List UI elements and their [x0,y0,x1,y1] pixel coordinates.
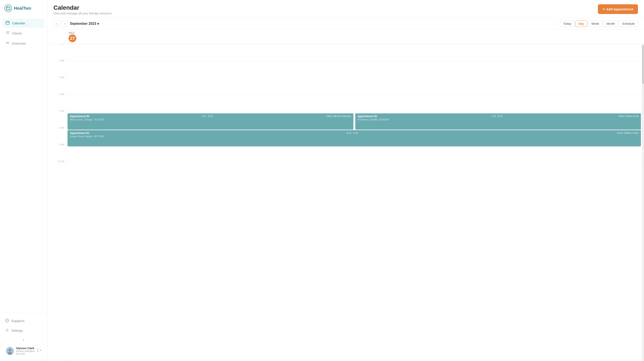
sidebar-calendar-label: Calendar [12,21,25,25]
day-label: WED 27 [66,31,638,42]
appt-92-time: 7:10 - 8:10 [491,115,502,117]
logo-area: HealTwo [0,0,47,18]
svg-point-21 [8,349,11,351]
hour-row-6 [66,94,642,111]
sidebar-item-support[interactable]: Suppport [2,317,44,325]
svg-point-13 [6,319,9,322]
sidebar-item-calendar[interactable]: Calendar [2,18,44,28]
scroll-thumb [642,45,644,84]
hour-row-9am [66,145,642,162]
user-avatar [6,347,14,355]
main-content: Calendar View and manage all your therap… [48,0,644,361]
page-subtitle: View and manage all your therapy session… [54,12,112,15]
time-slot-8am: 8 AM [54,128,66,145]
view-schedule-button[interactable]: Schedule [619,20,638,27]
appt-90-title: Appointment 90 [70,115,90,118]
sidebar-settings-label: Settings [11,329,23,332]
view-buttons: Today Day Week Month Schedule [560,20,638,27]
healTwo-logo-icon [4,4,12,12]
user-email: ulysses.clark@yahoo.com [16,350,35,355]
sidebar-exercises-label: Exercises [12,41,26,45]
appt-92-address: Fir Avenue, Seattle, GA 83045 [358,118,639,121]
page-title: Calendar [54,4,112,11]
user-profile-area: Ulysses Clark ulysses.clark@yahoo.com [2,344,44,358]
time-slot-9am: 9 AM [54,145,66,162]
exercises-icon [5,41,10,46]
view-week-button[interactable]: Week [588,20,602,27]
svg-point-19 [6,330,8,331]
view-month-button[interactable]: Month [603,20,618,27]
appointment-92[interactable]: Appointment 92 7:10 - 8:10 Client: Danie… [355,113,641,130]
scroll-track[interactable] [642,44,644,361]
page-title-area: Calendar View and manage all your therap… [54,4,112,15]
svg-rect-2 [6,21,9,24]
sidebar: HealTwo Calendar [0,0,48,361]
appt-92-title: Appointment 92 [358,115,377,118]
time-slot-10am: 10 AM [54,162,66,179]
time-slot-7am: 7 AM [54,111,66,128]
calendar-body: 3 AM 4 AM 5 AM 6 AM 7 AM 8 AM 9 AM 10 AM… [48,44,644,361]
sidebar-support-label: Suppport [11,319,24,323]
view-day-button[interactable]: Day [575,20,587,27]
appt-91-address: Juniper Road, Boston, VA 77243 [70,135,638,138]
appt-90-address: Beech Lane, Chicago, TX 63375 [70,118,351,121]
svg-rect-10 [6,42,7,43]
time-column: 3 AM 4 AM 5 AM 6 AM 7 AM 8 AM 9 AM 10 AM [54,44,66,361]
calendar-navigation: ‹ › September 2023 ▾ [54,20,99,27]
appointment-91[interactable]: Appointment 91 8:10 - 9:10 Client: Willi… [68,130,641,146]
appointment-90[interactable]: Appointment 90 7:10 - 8:10 Client: Micha… [68,113,354,130]
hour-row-10am [66,162,642,179]
user-info: Ulysses Clark ulysses.clark@yahoo.com [16,347,35,355]
svg-point-14 [6,320,8,321]
view-today-button[interactable]: Today [560,20,574,27]
sidebar-item-exercises[interactable]: Exercises [2,39,44,48]
time-slot-5am: 5 AM [54,78,66,94]
appt-90-time: 7:10 - 8:10 [201,115,213,117]
appt-91-time: 8:10 - 9:10 [346,132,358,134]
clients-icon [5,31,10,36]
appt-91-client: Client: William Lewis [617,132,638,134]
svg-point-0 [4,4,12,12]
sidebar-bottom: Suppport Settings ‹ Ulys [0,313,47,361]
prev-period-button[interactable]: ‹ [54,20,60,27]
appt-92-client: Client: Daniel Scott [618,115,638,117]
support-icon [5,319,9,323]
day-of-week: WED [68,31,638,34]
current-period-label[interactable]: September 2023 ▾ [70,22,99,26]
collapse-button[interactable]: ‹ [2,336,44,344]
appt-91-title: Appointment 91 [70,132,90,135]
appt-90-client: Client: Michael Jackson [326,115,351,117]
calendar-icon [5,21,10,26]
svg-point-7 [8,31,9,32]
svg-point-6 [6,31,8,33]
sidebar-clients-label: Clients [12,31,22,35]
calendar-day-header: WED 27 [48,30,644,44]
settings-icon [5,328,9,333]
calendar-toolbar: ‹ › September 2023 ▾ Today Day Week Mont… [48,18,644,30]
day-number: 27 [68,34,76,42]
logout-button[interactable] [37,348,41,353]
sidebar-item-clients[interactable]: Clients [2,29,44,38]
add-appointment-button[interactable]: + Add Appointment [598,4,638,14]
day-column: Appointment 90 7:10 - 8:10 Client: Micha… [66,44,642,361]
hour-row-4 [66,61,642,78]
next-period-button[interactable]: › [62,20,68,27]
svg-point-1 [6,6,8,7]
logo-text: HealTwo [14,6,31,11]
dropdown-caret: ▾ [97,22,99,26]
page-header: Calendar View and manage all your therap… [48,0,644,18]
time-slot-6am: 6 AM [54,94,66,111]
sidebar-item-settings[interactable]: Settings [2,326,44,335]
plus-icon: + [602,7,605,11]
time-slot-4am: 4 AM [54,61,66,78]
hour-row-3 [66,44,642,61]
nav-items: Calendar Clients [0,18,47,313]
time-slot-3am: 3 AM [54,44,66,61]
user-name: Ulysses Clark [16,347,35,350]
hour-row-5 [66,78,642,94]
